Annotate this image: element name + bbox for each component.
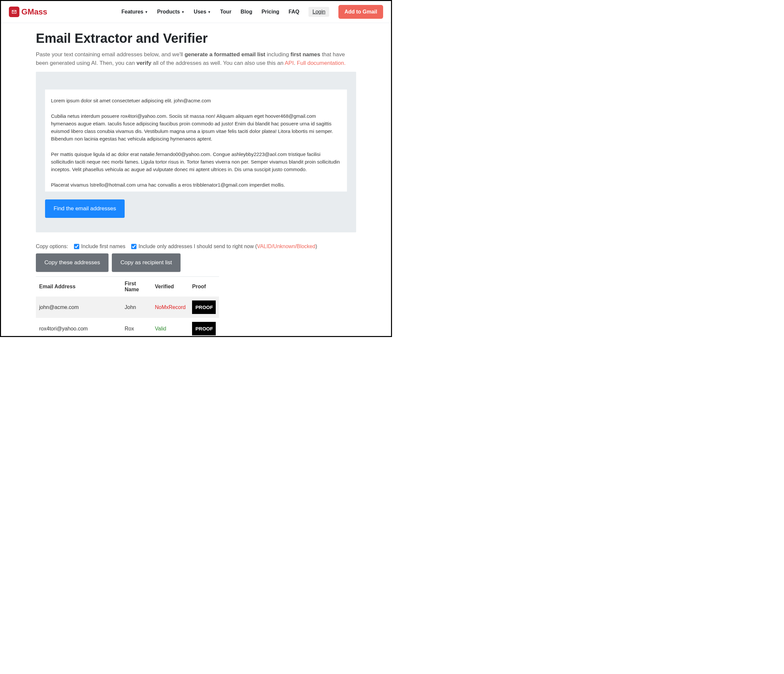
proof-button[interactable]: PROOF <box>192 322 216 335</box>
results-table: Email Address First Name Verified Proof … <box>36 276 219 337</box>
cell-email: john@acme.com <box>36 296 121 318</box>
col-first-name: First Name <box>121 277 152 297</box>
main-content: Email Extractor and Verifier Paste your … <box>33 31 359 337</box>
cell-first-name: Rox <box>121 318 152 337</box>
nav-blog[interactable]: Blog <box>241 9 252 15</box>
col-verified: Verified <box>152 277 189 297</box>
intro-text: all of the addresses as well. You can al… <box>151 60 285 66</box>
extractor-panel: Find the email addresses <box>36 72 356 232</box>
intro-bold: verify <box>137 60 151 66</box>
col-email: Email Address <box>36 277 121 297</box>
chevron-down-icon: ▼ <box>145 10 148 14</box>
nav-products-label: Products <box>157 9 180 15</box>
brand-name: GMass <box>21 7 47 16</box>
nav-features-label: Features <box>121 9 143 15</box>
nav-faq[interactable]: FAQ <box>288 9 299 15</box>
cell-proof: PROOF <box>189 296 219 318</box>
table-header-row: Email Address First Name Verified Proof <box>36 277 219 297</box>
chevron-down-icon: ▼ <box>207 10 211 14</box>
include-first-names-checkbox[interactable] <box>74 244 79 249</box>
cell-email: rox4tori@yahoo.com <box>36 318 121 337</box>
copy-actions: Copy these addresses Copy as recipient l… <box>36 253 356 272</box>
include-only-valid-checkbox[interactable] <box>131 244 137 249</box>
copy-recipient-list-button[interactable]: Copy as recipient list <box>112 253 180 272</box>
nav-pricing[interactable]: Pricing <box>261 9 279 15</box>
cell-verified: NoMxRecord <box>152 296 189 318</box>
copy-options-row: Copy options: Include first names Includ… <box>36 243 356 250</box>
nav-features[interactable]: Features▼ <box>121 9 148 15</box>
include-first-names-option[interactable]: Include first names <box>74 243 125 250</box>
intro-bold: first names <box>290 51 320 58</box>
include-only-valid-option[interactable]: Include only addresses I should send to … <box>131 243 317 250</box>
proof-button[interactable]: PROOF <box>192 301 216 314</box>
nav-uses[interactable]: Uses▼ <box>194 9 211 15</box>
top-navbar: GMass Features▼ Products▼ Uses▼ Tour Blo… <box>1 1 391 23</box>
valid-statuses-link[interactable]: VALID/Unknown/Blocked <box>257 243 315 249</box>
nav-products[interactable]: Products▼ <box>157 9 185 15</box>
include-only-text: Include only addresses I should send to … <box>138 243 257 249</box>
email-text-input[interactable] <box>45 89 347 192</box>
copy-options-label: Copy options: <box>36 243 68 250</box>
add-to-gmail-button[interactable]: Add to Gmail <box>338 5 383 19</box>
table-row: rox4tori@yahoo.comRoxValidPROOF <box>36 318 219 337</box>
col-proof: Proof <box>189 277 219 297</box>
login-button[interactable]: Login <box>308 7 329 17</box>
nav-tour[interactable]: Tour <box>220 9 231 15</box>
intro-text: Paste your text containing email address… <box>36 51 185 58</box>
cell-first-name: John <box>121 296 152 318</box>
cell-verified: Valid <box>152 318 189 337</box>
api-link[interactable]: API <box>285 60 294 66</box>
intro-text: including <box>265 51 291 58</box>
include-only-label: Include only addresses I should send to … <box>138 243 317 250</box>
include-first-names-label: Include first names <box>81 243 125 250</box>
include-only-text: ) <box>315 243 317 249</box>
main-nav: Features▼ Products▼ Uses▼ Tour Blog Pric… <box>121 5 383 19</box>
gmass-logo-icon <box>9 6 19 17</box>
brand[interactable]: GMass <box>9 6 47 17</box>
page-title: Email Extractor and Verifier <box>36 31 356 46</box>
find-emails-button[interactable]: Find the email addresses <box>45 200 124 218</box>
cell-proof: PROOF <box>189 318 219 337</box>
table-row: john@acme.comJohnNoMxRecordPROOF <box>36 296 219 318</box>
chevron-down-icon: ▼ <box>181 10 185 14</box>
intro-paragraph: Paste your text containing email address… <box>36 50 356 67</box>
docs-link[interactable]: Full documentation. <box>297 60 345 66</box>
nav-uses-label: Uses <box>194 9 206 15</box>
intro-bold: generate a formatted email list <box>185 51 265 58</box>
intro-text: . <box>294 60 297 66</box>
copy-addresses-button[interactable]: Copy these addresses <box>36 253 109 272</box>
